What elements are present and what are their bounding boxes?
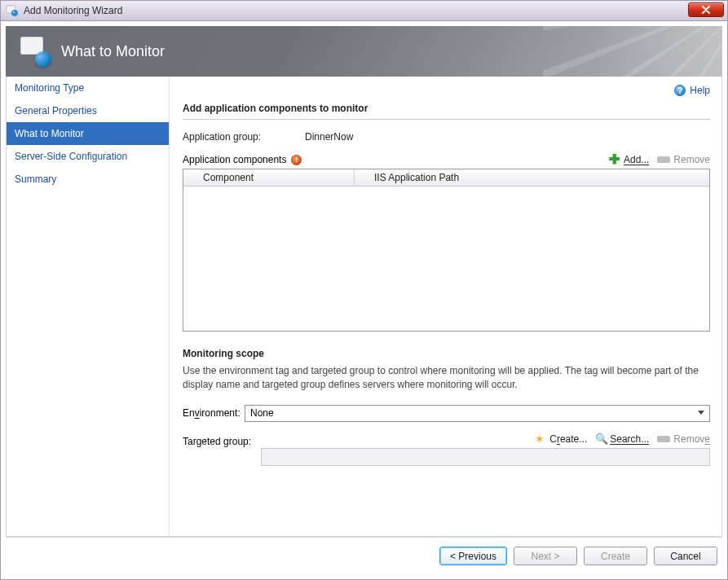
sidebar-item-server-side-config[interactable]: Server-Side Configuration: [7, 145, 169, 168]
targeted-group-toolbar: ✶ Create... 🔍 Search... Remove: [261, 433, 710, 445]
minus-icon: [657, 436, 670, 442]
plus-icon: ✚: [609, 154, 620, 165]
sidebar-item-general-properties[interactable]: General Properties: [7, 99, 169, 122]
targeted-group-label: Targeted group:: [183, 433, 256, 447]
targeted-group-field: [261, 448, 710, 466]
remove-group-button: Remove: [657, 433, 710, 445]
create-group-button[interactable]: ✶ Create...: [535, 433, 587, 445]
environment-label: Environment:: [183, 407, 240, 419]
grid-header: Component IIS Application Path: [183, 169, 709, 187]
components-grid[interactable]: Component IIS Application Path: [183, 169, 710, 332]
close-button[interactable]: [688, 2, 724, 17]
application-group-row: Application group: DinnerNow: [183, 131, 710, 143]
monitoring-scope-desc: Use the environment tag and targeted gro…: [183, 364, 704, 392]
environment-row: Environment: None: [183, 405, 710, 422]
components-header: Application components ! ✚ Add... Remove: [183, 154, 710, 165]
banner-decoration: [543, 26, 722, 77]
environment-select[interactable]: None: [245, 405, 710, 422]
col-component[interactable]: Component: [183, 169, 355, 186]
help-icon: ?: [674, 85, 686, 96]
remove-label: Remove: [673, 154, 710, 165]
banner-icon: [20, 37, 50, 66]
search-group-button[interactable]: 🔍 Search...: [595, 433, 649, 445]
app-icon: [6, 4, 19, 17]
help-link[interactable]: ? Help: [674, 85, 710, 96]
window-title: Add Monitoring Wizard: [24, 5, 122, 16]
sidebar-item-monitoring-type[interactable]: Monitoring Type: [7, 77, 169, 99]
col-iis-path[interactable]: IIS Application Path: [355, 169, 709, 186]
svg-point-2: [13, 11, 15, 13]
svg-point-1: [11, 10, 18, 16]
add-component-button[interactable]: ✚ Add...: [609, 154, 649, 165]
create-button: Create: [584, 547, 647, 565]
next-button: Next >: [514, 547, 577, 565]
minus-icon: [657, 156, 670, 163]
main-panel: ? Help Add application components to mon…: [170, 77, 721, 536]
help-label: Help: [690, 85, 710, 96]
sidebar-item-what-to-monitor[interactable]: What to Monitor: [7, 122, 169, 145]
section-heading: Add application components to monitor: [183, 103, 710, 120]
sidebar-item-label: What to Monitor: [15, 128, 84, 139]
search-icon: 🔍: [595, 433, 607, 445]
sidebar-item-label: General Properties: [15, 105, 97, 116]
banner-title: What to Monitor: [61, 43, 165, 60]
wizard-footer: < Previous Next > Create Cancel: [6, 537, 722, 574]
application-group-label: Application group:: [183, 131, 305, 143]
chevron-down-icon: [698, 411, 704, 415]
components-label: Application components: [183, 154, 286, 165]
sidebar-item-summary[interactable]: Summary: [7, 168, 169, 191]
spark-icon: ✶: [535, 433, 546, 445]
search-label: Search...: [610, 433, 649, 445]
previous-button[interactable]: < Previous: [439, 547, 507, 565]
remove-group-label: Remove: [673, 433, 710, 445]
warning-icon: !: [291, 155, 302, 165]
create-label: Create...: [549, 433, 587, 445]
titlebar: Add Monitoring Wizard: [0, 0, 728, 21]
sidebar-item-label: Summary: [15, 174, 56, 185]
sidebar-item-label: Server-Side Configuration: [15, 151, 127, 162]
sidebar-item-label: Monitoring Type: [15, 82, 84, 94]
cancel-button[interactable]: Cancel: [654, 547, 717, 565]
monitoring-scope-heading: Monitoring scope: [183, 348, 710, 359]
wizard-steps-sidebar: Monitoring Type General Properties What …: [7, 77, 170, 536]
environment-value: None: [250, 407, 274, 419]
application-group-value: DinnerNow: [305, 131, 353, 143]
remove-component-button: Remove: [657, 154, 710, 165]
banner: What to Monitor: [6, 26, 722, 77]
window-body: What to Monitor Monitoring Type General …: [0, 21, 728, 580]
add-label: Add...: [624, 154, 649, 165]
